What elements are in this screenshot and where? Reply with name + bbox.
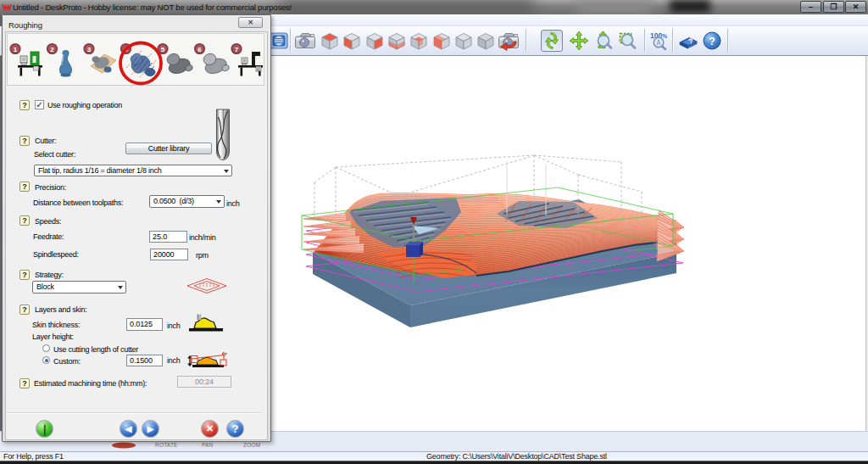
svg-text:?: ? <box>709 35 715 48</box>
svg-text:6: 6 <box>198 46 202 53</box>
svg-text:7: 7 <box>235 46 239 53</box>
svg-text:1: 1 <box>14 46 18 53</box>
svg-text:5: 5 <box>161 46 165 53</box>
svg-text:2: 2 <box>50 46 54 53</box>
svg-text:3: 3 <box>87 46 92 53</box>
svg-text:?: ? <box>687 36 693 46</box>
